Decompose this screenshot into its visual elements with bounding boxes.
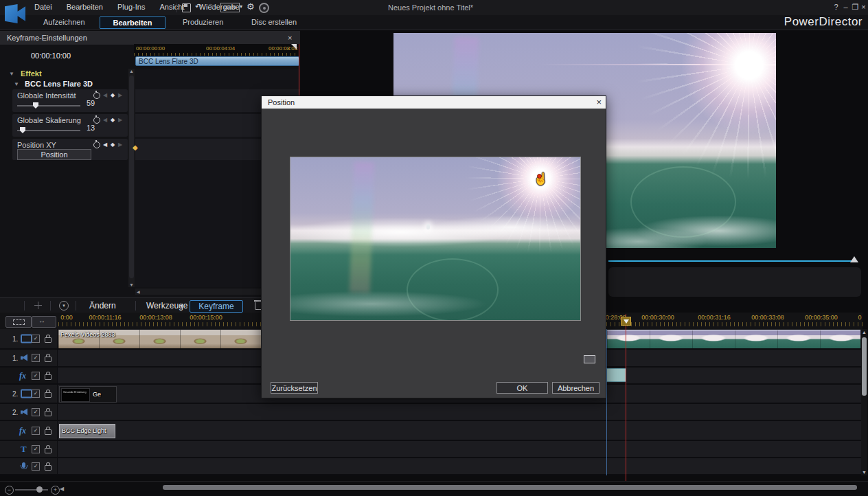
timeline-playhead-line[interactable] [626, 314, 626, 481]
add-keyframe-icon[interactable] [111, 142, 115, 148]
clip-lens-flare-effect[interactable] [606, 368, 626, 382]
track-enable-checkbox[interactable] [32, 335, 40, 343]
preview-seek-bar[interactable] [608, 260, 853, 262]
tab-aufzeichnen[interactable]: Aufzeichnen [38, 16, 91, 27]
track-enable-checkbox[interactable] [32, 354, 40, 362]
track-enable-checkbox[interactable] [32, 408, 40, 416]
timeline-horizontal-scrollbar[interactable] [163, 485, 857, 490]
scroll-left-icon[interactable]: ◀ [60, 486, 64, 492]
reset-button[interactable]: Zurücksetzen [271, 382, 318, 394]
settings-gear-icon[interactable] [247, 1, 255, 12]
track-manager-button[interactable] [5, 316, 32, 328]
collapse-triangle-icon[interactable]: ▼ [9, 71, 14, 77]
panel-close-icon[interactable] [288, 31, 292, 45]
menu-datei[interactable]: Datei [28, 0, 58, 14]
stopwatch-icon[interactable] [93, 92, 100, 99]
stopwatch-icon[interactable] [93, 142, 100, 148]
timeline-zoom-slider[interactable] [15, 489, 48, 491]
tab-bearbeiten[interactable]: Bearbeiten [100, 16, 165, 29]
clip-video1-ocean-selected[interactable] [606, 330, 860, 348]
scrollbar-thumb[interactable] [862, 337, 867, 396]
dialog-close-icon[interactable] [596, 96, 602, 109]
move-tool-icon[interactable] [34, 302, 42, 309]
next-keyframe-icon[interactable] [118, 142, 122, 148]
track-enable-checkbox[interactable] [32, 427, 40, 435]
keyframe-ruler[interactable]: 00:00:00:00 00:00:04:04 00:00:08:08 [134, 44, 300, 56]
slider-thumb[interactable] [20, 127, 25, 133]
slider-thumb[interactable] [33, 102, 38, 109]
stopwatch-icon[interactable] [93, 117, 100, 124]
range-select-button[interactable]: ↔ [32, 316, 56, 328]
track-enable-checkbox[interactable] [32, 372, 40, 380]
undo-icon[interactable] [195, 2, 201, 11]
track-lane-voice[interactable] [58, 458, 863, 475]
timeline-playhead-marker[interactable] [621, 317, 631, 326]
prev-keyframe-icon[interactable] [103, 92, 107, 98]
ok-button[interactable]: OK [496, 382, 548, 394]
panel-vertical-scrollbar[interactable]: ▲ ▼ [128, 69, 135, 287]
prev-keyframe-icon[interactable] [103, 142, 107, 148]
track-lock-icon[interactable] [45, 392, 52, 398]
effect-keyframe-clip[interactable]: BCC Lens Flare 3D [135, 56, 299, 66]
dialog-title-bar[interactable]: Position [262, 96, 606, 109]
flare-position-control-point[interactable] [537, 174, 542, 179]
modify-button[interactable]: Ändern [89, 301, 116, 311]
track-enable-checkbox[interactable] [32, 445, 40, 453]
aspect-ratio-icon[interactable] [584, 355, 595, 363]
track-lock-icon[interactable] [45, 357, 52, 362]
slider-track[interactable] [17, 130, 80, 131]
clip-title-gesunde-ernaehrung[interactable]: Gesunde Ernährung Ge [59, 386, 117, 403]
zoom-slider-thumb[interactable] [36, 486, 43, 493]
close-button[interactable]: × [859, 2, 868, 12]
tab-disc-erstellen[interactable]: Disc erstellen [246, 16, 302, 27]
track-lock-icon[interactable] [45, 337, 52, 343]
track-lane-fx2[interactable] [58, 421, 863, 441]
position-button[interactable]: Position [17, 149, 91, 160]
cancel-button[interactable]: Abbrechen [552, 382, 599, 394]
next-keyframe-icon[interactable] [118, 92, 122, 98]
track-enable-checkbox[interactable] [32, 462, 40, 471]
slider-track[interactable] [17, 105, 80, 106]
track-lock-icon[interactable] [45, 374, 52, 380]
track-lock-icon[interactable] [45, 465, 52, 471]
zoom-in-icon[interactable]: + [51, 486, 60, 495]
keyframe-marker-icon[interactable]: ◆ [133, 144, 138, 151]
keyframe-playhead-wedge[interactable] [291, 44, 297, 49]
add-keyframe-icon[interactable] [111, 117, 115, 123]
track-lane-audio2[interactable] [58, 404, 863, 421]
chevron-down-icon[interactable]: ▾ [240, 3, 242, 10]
scrollbar-thumb[interactable] [129, 76, 134, 278]
keyframe-button[interactable]: Keyframe [190, 300, 243, 313]
scroll-down-icon[interactable]: ▼ [129, 282, 134, 287]
menu-plugins[interactable]: Plug-Ins [111, 0, 151, 14]
capture-icon[interactable] [259, 3, 269, 13]
track-lock-icon[interactable] [45, 448, 52, 453]
redo-icon[interactable] [208, 2, 214, 11]
track-lock-icon[interactable] [45, 429, 52, 435]
keyframe-panel-header: Keyframe-Einstellungen [0, 31, 300, 45]
scroll-up-icon[interactable]: ▲ [862, 330, 867, 335]
track-lane-title[interactable] [58, 441, 863, 458]
track-enable-checkbox[interactable] [32, 390, 40, 398]
prev-keyframe-icon[interactable] [103, 117, 107, 123]
save-icon[interactable] [182, 3, 191, 12]
timeline-vertical-scrollbar[interactable]: ▲ ▼ [861, 329, 867, 475]
preview-seek-thumb[interactable] [850, 256, 858, 262]
bottom-bar: − + ◀ [0, 481, 868, 496]
scroll-left-icon[interactable]: ◀ [137, 289, 140, 294]
tab-produzieren[interactable]: Produzieren [177, 16, 229, 27]
chevron-down-icon[interactable]: ▾ [180, 303, 183, 309]
add-keyframe-icon[interactable] [111, 92, 115, 98]
help-button[interactable]: ? [832, 2, 841, 12]
track-lock-icon[interactable] [45, 411, 52, 416]
menu-bearbeiten[interactable]: Bearbeiten [60, 0, 109, 14]
zoom-out-icon[interactable]: − [5, 486, 14, 495]
scroll-down-icon[interactable]: ▼ [862, 470, 867, 475]
collapse-triangle-icon[interactable]: ▼ [14, 81, 19, 87]
clip-bcc-edge-light[interactable]: BCC Edge Light [59, 424, 115, 438]
minimize-button[interactable]: – [841, 2, 850, 12]
next-keyframe-icon[interactable] [118, 117, 122, 123]
scroll-up-icon[interactable]: ▲ [129, 69, 134, 74]
timecode-display-icon[interactable]: 00:00 [220, 3, 240, 12]
dropdown-circle-icon[interactable]: ▾ [59, 301, 69, 311]
